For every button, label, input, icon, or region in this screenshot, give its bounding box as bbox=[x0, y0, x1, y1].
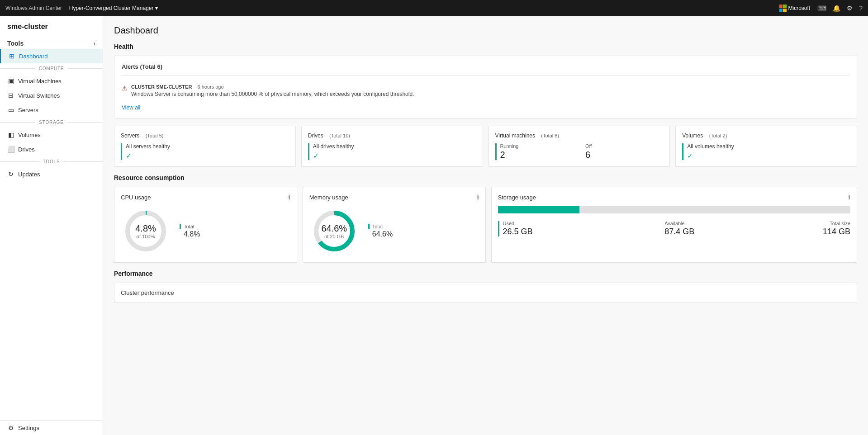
storage-bar-fill bbox=[498, 206, 580, 213]
storage-total-label: Total size bbox=[823, 221, 850, 226]
memory-title: Memory usage bbox=[309, 194, 348, 201]
servers-status-text: All servers healthy bbox=[126, 143, 289, 150]
view-all-link[interactable]: View all bbox=[122, 104, 140, 111]
cpu-usage-card: CPU usage ℹ 4.8% of bbox=[114, 187, 297, 263]
drives-check-icon: ✓ bbox=[313, 152, 319, 160]
sidebar-item-label: Servers bbox=[18, 107, 38, 113]
storage-total-value: 114 GB bbox=[823, 227, 850, 236]
topbar: Windows Admin Center Hyper-Converged Clu… bbox=[0, 0, 868, 16]
cpu-total-label: Total bbox=[180, 224, 200, 229]
terminal-icon[interactable]: ⌨ bbox=[817, 5, 826, 12]
storage-info-icon[interactable]: ℹ bbox=[848, 194, 850, 201]
servers-health-status: All servers healthy ✓ bbox=[121, 143, 289, 160]
sidebar-item-label: Virtual Machines bbox=[18, 78, 62, 85]
sidebar-item-label: Volumes bbox=[18, 132, 41, 138]
sidebar-item-drives[interactable]: ⬜ Drives bbox=[0, 142, 103, 156]
storage-available-value: 87.4 GB bbox=[664, 227, 823, 236]
sidebar-item-label: Drives bbox=[18, 146, 35, 153]
memory-usage-card: Memory usage ℹ 64.6% bbox=[303, 187, 486, 263]
memory-of-label: of 20 GB bbox=[321, 234, 347, 239]
storage-title: Storage usage bbox=[498, 194, 536, 201]
sidebar-item-label: Updates bbox=[18, 171, 40, 178]
sidebar-item-servers[interactable]: ▭ Servers bbox=[0, 103, 103, 117]
volumes-check-icon: ✓ bbox=[687, 152, 693, 160]
health-card-vms-title: Virtual machines (Total 8) bbox=[495, 132, 664, 139]
memory-info-icon[interactable]: ℹ bbox=[477, 194, 479, 201]
sidebar-item-dashboard[interactable]: ⊞ Dashboard bbox=[0, 49, 103, 63]
alerts-card: Alerts (Total 6) ⚠ CLUSTER SME-CLUSTER 6… bbox=[114, 56, 857, 118]
storage-used-stat: Used 26.5 GB bbox=[498, 221, 661, 236]
health-card-volumes: Volumes (Total 2) All volumes healthy ✓ bbox=[675, 126, 857, 167]
vm-status: Running 2 Off 6 bbox=[495, 143, 664, 160]
vm-running-col: Running 2 bbox=[495, 143, 578, 160]
cluster-manager-dropdown[interactable]: ▾ bbox=[155, 5, 158, 11]
cpu-donut-container: 4.8% of 100% Total 4.8% bbox=[121, 206, 290, 256]
settings-icon[interactable]: ⚙ bbox=[847, 5, 853, 12]
virtual-machines-icon: ▣ bbox=[7, 77, 14, 85]
cpu-info-icon[interactable]: ℹ bbox=[288, 194, 290, 201]
memory-legend: Total 64.6% bbox=[368, 224, 393, 238]
page-title: Dashboard bbox=[114, 25, 857, 36]
sidebar-item-virtual-switches[interactable]: ⊟ Virtual Switches bbox=[0, 88, 103, 103]
cluster-performance-card: Cluster performance bbox=[114, 283, 857, 303]
vm-running-value: 2 bbox=[500, 150, 578, 160]
topbar-icons: ⌨ 🔔 ⚙ ? bbox=[817, 5, 863, 12]
cpu-of-label: of 100% bbox=[135, 234, 156, 239]
updates-icon: ↻ bbox=[7, 170, 14, 178]
sidebar-collapse-icon[interactable]: ‹ bbox=[94, 40, 95, 47]
sidebar-item-volumes[interactable]: ◧ Volumes bbox=[0, 128, 103, 142]
divider-storage: STORAGE bbox=[0, 117, 103, 128]
volumes-icon: ◧ bbox=[7, 131, 14, 138]
sidebar-item-label: Virtual Switches bbox=[18, 92, 60, 99]
alert-cluster: CLUSTER SME-CLUSTER bbox=[131, 84, 192, 90]
main-content: Dashboard Health Alerts (Total 6) ⚠ CLUS… bbox=[103, 16, 868, 435]
storage-used-label: Used bbox=[503, 221, 661, 226]
cluster-manager: Hyper-Converged Cluster Manager ▾ bbox=[69, 5, 158, 11]
memory-percent: 64.6% bbox=[321, 223, 347, 234]
health-card-drives-title: Drives (Total 10) bbox=[308, 132, 476, 139]
virtual-switches-icon: ⊟ bbox=[7, 92, 14, 99]
storage-stats: Used 26.5 GB Available 87.4 GB Total siz… bbox=[498, 221, 851, 236]
storage-available-label: Available bbox=[664, 221, 823, 226]
cluster-performance-title: Cluster performance bbox=[121, 289, 850, 296]
storage-bar bbox=[498, 206, 851, 213]
alert-message: Windows Server is consuming more than 50… bbox=[131, 91, 849, 97]
vm-off-value: 6 bbox=[585, 150, 663, 160]
alert-error-icon: ⚠ bbox=[122, 85, 128, 92]
cpu-title: CPU usage bbox=[121, 194, 151, 201]
dashboard-icon: ⊞ bbox=[8, 52, 15, 60]
resource-section-title: Resource consumption bbox=[114, 174, 857, 181]
alert-time: 6 hours ago bbox=[197, 84, 223, 90]
vm-off-col: Off 6 bbox=[578, 143, 663, 160]
memory-total-value: 64.6% bbox=[368, 230, 393, 238]
sidebar-item-label: Dashboard bbox=[19, 53, 48, 60]
storage-used-value: 26.5 GB bbox=[503, 227, 661, 236]
alert-row: ⚠ CLUSTER SME-CLUSTER 6 hours ago Window… bbox=[122, 80, 849, 101]
performance-section-title: Performance bbox=[114, 270, 857, 277]
sidebar-item-settings[interactable]: ⚙ Settings bbox=[0, 421, 103, 435]
health-card-servers-title: Servers (Total 5) bbox=[121, 132, 289, 139]
sidebar-item-updates[interactable]: ↻ Updates bbox=[0, 167, 103, 181]
drives-health-status: All drives healthy ✓ bbox=[308, 143, 476, 160]
health-card-volumes-title: Volumes (Total 2) bbox=[682, 132, 850, 139]
health-section-title: Health bbox=[114, 43, 857, 50]
sidebar-bottom: ⚙ Settings bbox=[0, 420, 103, 435]
help-icon[interactable]: ? bbox=[859, 5, 863, 12]
servers-icon: ▭ bbox=[7, 106, 14, 113]
sidebar: sme-cluster Tools ‹ ⊞ Dashboard COMPUTE … bbox=[0, 16, 103, 435]
servers-check-icon: ✓ bbox=[126, 152, 132, 160]
storage-usage-card: Storage usage ℹ Used 26.5 GB bbox=[491, 187, 858, 263]
cpu-total-value: 4.8% bbox=[180, 230, 200, 238]
storage-total: Total size 114 GB bbox=[823, 221, 850, 236]
sidebar-item-virtual-machines[interactable]: ▣ Virtual Machines bbox=[0, 74, 103, 88]
notifications-icon[interactable]: 🔔 bbox=[833, 5, 840, 12]
volumes-status-text: All volumes healthy bbox=[687, 143, 850, 150]
health-card-servers: Servers (Total 5) All servers healthy ✓ bbox=[114, 126, 296, 167]
cluster-name: sme-cluster bbox=[0, 16, 103, 35]
divider-tools: TOOLS bbox=[0, 156, 103, 167]
memory-donut: 64.6% of 20 GB bbox=[309, 206, 359, 256]
cpu-donut: 4.8% of 100% bbox=[121, 206, 171, 256]
health-card-vms: Virtual machines (Total 8) Running 2 Off… bbox=[489, 126, 670, 167]
vm-off-label: Off bbox=[585, 143, 663, 149]
performance-section: Performance Cluster performance bbox=[114, 270, 857, 303]
